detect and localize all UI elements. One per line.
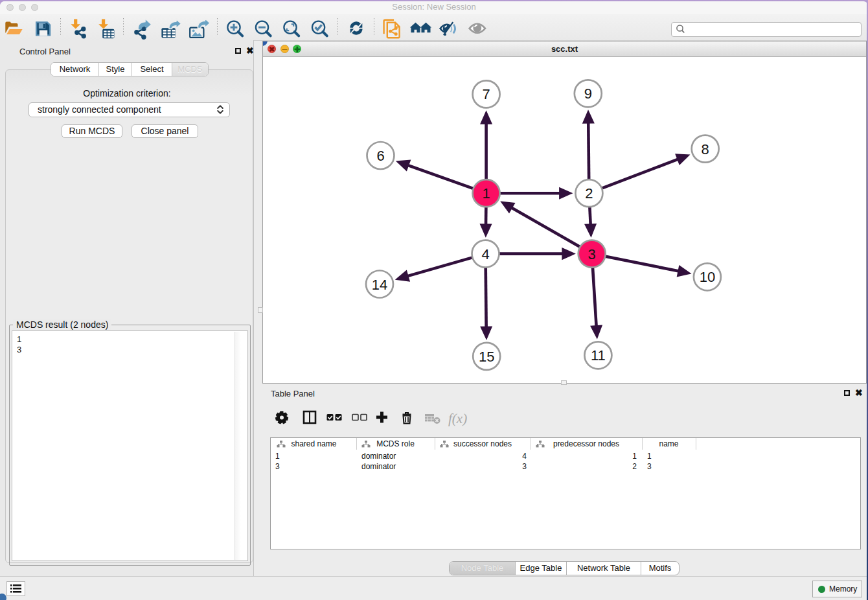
- svg-text:11: 11: [591, 347, 606, 363]
- svg-text:8: 8: [702, 141, 709, 157]
- svg-text:4: 4: [481, 246, 489, 262]
- svg-text:10: 10: [700, 269, 715, 285]
- svg-text:2: 2: [585, 185, 593, 202]
- svg-text:3: 3: [588, 246, 596, 262]
- svg-text:15: 15: [479, 349, 494, 365]
- svg-text:1: 1: [482, 185, 490, 202]
- svg-text:6: 6: [376, 148, 384, 164]
- svg-text:7: 7: [482, 86, 490, 102]
- svg-text:9: 9: [584, 86, 592, 102]
- svg-text:14: 14: [372, 277, 387, 293]
